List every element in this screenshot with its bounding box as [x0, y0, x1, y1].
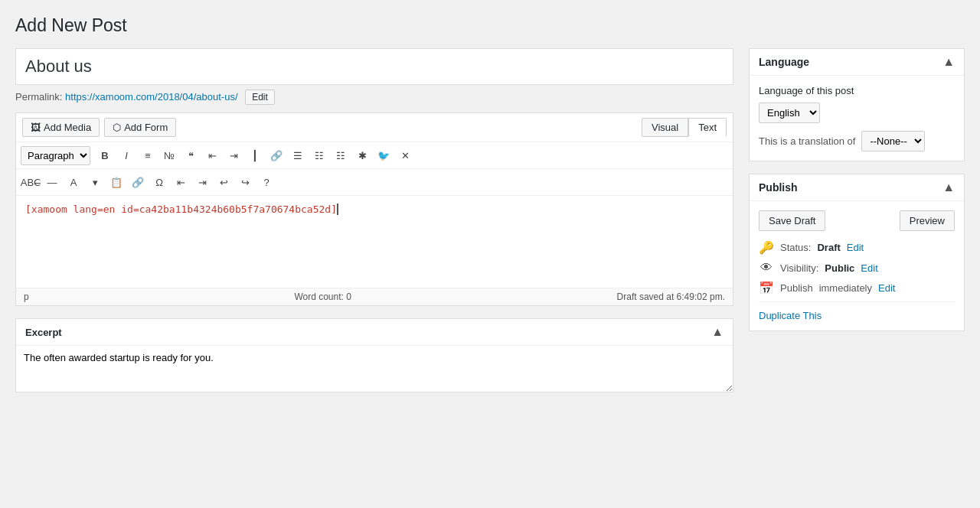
translation-label: This is a translation of	[759, 135, 855, 147]
page-title: Add New Post	[15, 15, 965, 36]
paragraph-select[interactable]: Paragraph	[21, 146, 90, 165]
outdent-button[interactable]: ⇤	[171, 172, 191, 192]
excerpt-header: Excerpt ▲	[16, 319, 733, 346]
publish-actions: Save Draft Preview	[759, 210, 955, 231]
blockquote-button[interactable]: ❝	[181, 145, 201, 165]
draft-saved-text: Draft saved at 6:49:02 pm.	[617, 291, 725, 302]
permalink-label: Permalink:	[15, 91, 62, 103]
editor-box: 🖼 Add Media ⬡ Add Form Visual Text	[15, 112, 733, 306]
language-select[interactable]: English	[759, 103, 820, 123]
publish-meta-list: 🔑 Status: Draft Edit 👁 Visibility: Publi…	[759, 240, 955, 295]
post-title-input[interactable]	[25, 57, 724, 77]
custom-btn-2[interactable]: ✱	[352, 145, 372, 165]
format-toolbar-row2: ABC̶ — A ▾ 📋 🔗 Ω ⇤ ⇥ ↩ ↪ ?	[16, 169, 733, 196]
publish-time-row: 📅 Publish immediately Edit	[759, 281, 955, 295]
editor-text: [xamoom lang=en id=ca42ba11b4324b60b5f7a…	[25, 204, 338, 215]
visibility-label: Visibility:	[780, 262, 818, 274]
media-icon: 🖼	[31, 122, 41, 133]
editor-toolbar-top: 🖼 Add Media ⬡ Add Form Visual Text	[16, 113, 733, 142]
add-form-button[interactable]: ⬡ Add Form	[104, 118, 176, 137]
status-icon: 🔑	[759, 240, 774, 255]
custom-btn-1[interactable]: ☷	[331, 145, 351, 165]
permalink-bar: Permalink: https://xamoom.com/2018/04/ab…	[15, 90, 733, 105]
more-button[interactable]: ☰	[288, 145, 308, 165]
status-edit-link[interactable]: Edit	[847, 242, 864, 253]
post-title-box	[15, 48, 733, 85]
horizontal-rule-button[interactable]: —	[42, 172, 62, 192]
visibility-value: Public	[825, 262, 854, 274]
visual-tab[interactable]: Visual	[642, 118, 688, 137]
language-panel-header: Language ▲	[750, 49, 964, 76]
editor-mode-buttons: Visual Text	[642, 118, 727, 137]
word-count-label: Word count:	[294, 291, 343, 302]
duplicate-this-link[interactable]: Duplicate This	[759, 301, 955, 321]
undo-button[interactable]: ↩	[214, 172, 234, 192]
publish-icon: 📅	[759, 281, 774, 295]
form-icon: ⬡	[113, 122, 121, 133]
excerpt-textarea[interactable]: The often awarded startup is ready for y…	[16, 346, 733, 392]
paste-text-button[interactable]: 📋	[106, 172, 126, 192]
excerpt-title: Excerpt	[25, 327, 62, 338]
italic-button[interactable]: I	[116, 145, 136, 165]
preview-button[interactable]: Preview	[900, 210, 955, 231]
excerpt-toggle-button[interactable]: ▲	[711, 325, 724, 339]
publish-label: Publish	[780, 282, 813, 294]
ordered-list-button[interactable]: №	[159, 145, 179, 165]
language-of-post-label: Language of this post	[759, 85, 955, 96]
help-button[interactable]: ?	[256, 172, 276, 192]
language-panel: Language ▲ Language of this post English…	[749, 48, 965, 161]
align-center-button[interactable]: ⇥	[224, 145, 243, 165]
redo-button[interactable]: ↪	[235, 172, 255, 192]
align-left-button[interactable]: ⇤	[202, 145, 222, 165]
permalink-edit-button[interactable]: Edit	[245, 90, 275, 105]
language-select-wrapper: English	[759, 103, 955, 123]
language-panel-toggle[interactable]: ▲	[942, 55, 955, 69]
language-panel-title: Language	[759, 56, 809, 68]
excerpt-box: Excerpt ▲ The often awarded startup is r…	[15, 318, 733, 392]
language-panel-body: Language of this post English This is a …	[750, 76, 964, 161]
table-button[interactable]: ☷	[309, 145, 329, 165]
text-tab[interactable]: Text	[688, 118, 727, 137]
add-media-button[interactable]: 🖼 Add Media	[22, 118, 100, 137]
status-label: Status:	[780, 242, 811, 253]
indent-button[interactable]: ⇥	[192, 172, 212, 192]
clear-format-button[interactable]: 🔗	[128, 172, 148, 192]
publish-panel-header: Publish ▲	[750, 174, 964, 201]
publish-edit-link[interactable]: Edit	[878, 282, 895, 294]
twitter-btn[interactable]: 🐦	[374, 145, 394, 165]
unordered-list-button[interactable]: ≡	[138, 145, 158, 165]
publish-panel-body: Save Draft Preview 🔑 Status: Draft Edit …	[750, 201, 964, 331]
editor-content[interactable]: [xamoom lang=en id=ca42ba11b4324b60b5f7a…	[16, 196, 733, 288]
translation-select[interactable]: --None--	[861, 131, 925, 151]
align-right-button[interactable]: ┃	[245, 145, 265, 165]
link-button[interactable]: 🔗	[266, 145, 286, 165]
publish-timing: immediately	[819, 282, 872, 294]
add-media-label: Add Media	[44, 122, 91, 133]
word-count-area: Word count: 0	[294, 291, 351, 302]
paragraph-indicator: p	[24, 291, 29, 302]
strikethrough-button[interactable]: ABC̶	[21, 172, 41, 192]
save-draft-button[interactable]: Save Draft	[759, 210, 825, 231]
translation-row: This is a translation of --None--	[759, 131, 955, 151]
text-color-button[interactable]: A	[64, 172, 83, 192]
visibility-row: 👁 Visibility: Public Edit	[759, 261, 955, 275]
publish-panel-toggle[interactable]: ▲	[942, 181, 955, 194]
visibility-icon: 👁	[759, 261, 774, 275]
publish-panel-title: Publish	[759, 181, 798, 194]
editor-statusbar: p Word count: 0 Draft saved at 6:49:02 p…	[16, 288, 733, 305]
add-form-label: Add Form	[124, 122, 168, 133]
special-chars-button[interactable]: Ω	[149, 172, 169, 192]
format-toolbar-row1: Paragraph B I ≡ № ❝ ⇤ ⇥ ┃ 🔗 ☰ ☷ ☷ ✱ 🐦	[16, 142, 733, 169]
custom-btn-3[interactable]: ✕	[395, 145, 415, 165]
text-color-dropdown[interactable]: ▾	[85, 172, 105, 192]
status-row: 🔑 Status: Draft Edit	[759, 240, 955, 255]
publish-panel: Publish ▲ Save Draft Preview 🔑 Status: D…	[749, 174, 965, 331]
bold-button[interactable]: B	[95, 145, 115, 165]
visibility-edit-link[interactable]: Edit	[861, 262, 877, 274]
sidebar-area: Language ▲ Language of this post English…	[749, 48, 965, 344]
word-count-value: 0	[346, 291, 351, 302]
status-value: Draft	[817, 242, 840, 253]
content-area: Permalink: https://xamoom.com/2018/04/ab…	[15, 48, 733, 392]
permalink-url[interactable]: https://xamoom.com/2018/04/about-us/	[65, 91, 237, 103]
